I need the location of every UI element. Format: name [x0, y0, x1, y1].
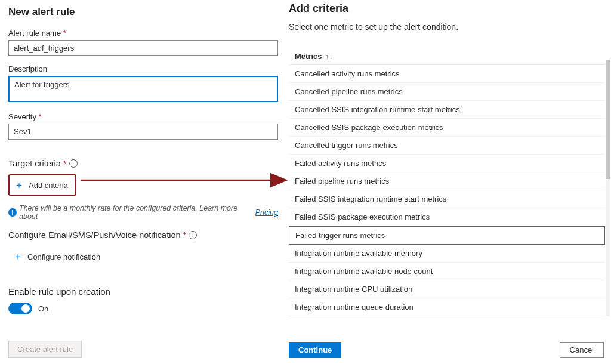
scrollbar[interactable]	[606, 60, 610, 316]
severity-select[interactable]	[8, 124, 278, 140]
metric-item[interactable]: Failed SSIS package execution metrics	[289, 208, 605, 226]
page-title: New alert rule	[8, 6, 278, 18]
metric-item[interactable]: Cancelled pipeline runs metrics	[289, 83, 605, 101]
target-criteria-label: Target criteria * i	[8, 159, 278, 168]
plus-icon: ＋	[14, 180, 24, 190]
metrics-list: Cancelled activity runs metricsCancelled…	[289, 64, 605, 316]
enable-rule-toggle[interactable]	[8, 303, 32, 314]
metric-item[interactable]: Failed SSIS integration runtime start me…	[289, 190, 605, 208]
add-criteria-subtitle: Select one metric to set up the alert co…	[289, 22, 605, 32]
alert-name-input[interactable]	[8, 40, 278, 56]
info-icon: i	[189, 231, 197, 239]
metric-item[interactable]: Integration runtime queue duration	[289, 298, 605, 316]
info-icon: i	[69, 159, 78, 168]
metric-item[interactable]: Failed pipeline runs metrics	[289, 172, 605, 190]
new-alert-rule-panel: New alert rule Alert rule name * Descrip…	[0, 0, 286, 364]
add-criteria-button[interactable]: ＋ Add criteria	[8, 174, 76, 196]
metric-item[interactable]: Failed activity runs metrics	[289, 155, 605, 172]
description-label: Description	[8, 64, 278, 73]
add-criteria-panel: Add criteria Select one metric to set up…	[286, 0, 611, 364]
configure-notification-button[interactable]: ＋ Configure notification	[8, 247, 107, 266]
metric-item[interactable]: Failed trigger runs metrics	[289, 226, 605, 245]
metric-item[interactable]: Cancelled SSIS integration runtime start…	[289, 101, 605, 119]
metric-item[interactable]: Cancelled trigger runs metrics	[289, 137, 605, 155]
plus-icon: ＋	[13, 252, 23, 261]
metrics-column-header[interactable]: Metrics ↑↓	[289, 50, 605, 64]
create-alert-rule-button[interactable]: Create alert rule	[8, 341, 82, 358]
sort-icon: ↑↓	[326, 53, 333, 61]
metric-item[interactable]: Integration runtime available node count	[289, 263, 605, 280]
cancel-button[interactable]: Cancel	[560, 342, 604, 358]
metric-item[interactable]: Integration runtime CPU utilization	[289, 280, 605, 298]
description-input[interactable]	[8, 76, 278, 102]
severity-label: Severity *	[8, 112, 278, 121]
metric-item[interactable]: Cancelled activity runs metrics	[289, 65, 605, 83]
alert-name-label: Alert rule name *	[8, 29, 278, 38]
info-icon: i	[8, 208, 17, 217]
toggle-state-label: On	[38, 304, 48, 313]
pricing-link[interactable]: Pricing	[255, 208, 278, 217]
continue-button[interactable]: Continue	[289, 342, 341, 358]
metric-item[interactable]: Cancelled SSIS package execution metrics	[289, 119, 605, 137]
enable-rule-label: Enable rule upon creation	[8, 286, 278, 297]
configure-notification-label: Configure Email/SMS/Push/Voice notificat…	[8, 230, 278, 240]
add-criteria-title: Add criteria	[289, 2, 605, 15]
pricing-info-text: i There will be a monthly rate for the c…	[8, 204, 278, 221]
metric-item[interactable]: Integration runtime available memory	[289, 245, 605, 263]
